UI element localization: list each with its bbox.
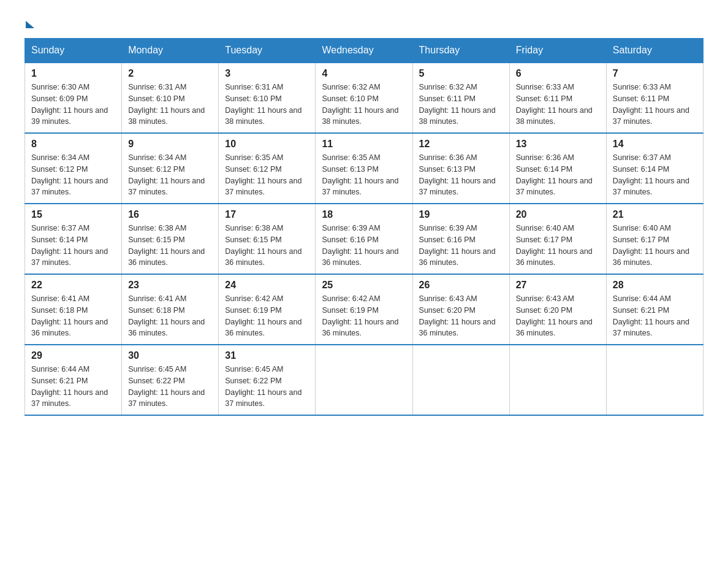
empty-cell <box>606 345 703 415</box>
column-header-friday: Friday <box>509 39 606 63</box>
day-number: 29 <box>31 350 115 361</box>
day-info: Sunrise: 6:38 AMSunset: 6:15 PMDaylight:… <box>225 223 309 269</box>
day-info: Sunrise: 6:40 AMSunset: 6:17 PMDaylight:… <box>613 223 697 269</box>
day-number: 9 <box>128 139 212 150</box>
day-number: 17 <box>225 209 309 220</box>
column-header-monday: Monday <box>122 39 219 63</box>
day-number: 25 <box>322 280 406 291</box>
day-info: Sunrise: 6:31 AMSunset: 6:10 PMDaylight:… <box>128 82 212 128</box>
day-cell-21: 21Sunrise: 6:40 AMSunset: 6:17 PMDayligh… <box>606 204 703 274</box>
day-number: 21 <box>613 209 697 220</box>
day-number: 20 <box>516 209 600 220</box>
day-cell-14: 14Sunrise: 6:37 AMSunset: 6:14 PMDayligh… <box>606 133 703 204</box>
day-cell-30: 30Sunrise: 6:45 AMSunset: 6:22 PMDayligh… <box>122 345 219 415</box>
day-cell-31: 31Sunrise: 6:45 AMSunset: 6:22 PMDayligh… <box>219 345 316 415</box>
week-row-3: 15Sunrise: 6:37 AMSunset: 6:14 PMDayligh… <box>25 204 703 274</box>
day-info: Sunrise: 6:33 AMSunset: 6:11 PMDaylight:… <box>613 82 697 128</box>
column-header-saturday: Saturday <box>606 39 703 63</box>
day-number: 3 <box>225 68 309 79</box>
day-number: 18 <box>322 209 406 220</box>
day-info: Sunrise: 6:34 AMSunset: 6:12 PMDaylight:… <box>31 152 115 198</box>
day-number: 1 <box>31 68 115 79</box>
day-info: Sunrise: 6:30 AMSunset: 6:09 PMDaylight:… <box>31 82 115 128</box>
column-header-sunday: Sunday <box>25 39 122 63</box>
day-cell-5: 5Sunrise: 6:32 AMSunset: 6:11 PMDaylight… <box>412 63 509 133</box>
week-row-2: 8Sunrise: 6:34 AMSunset: 6:12 PMDaylight… <box>25 133 703 204</box>
empty-cell <box>316 345 412 415</box>
page-header <box>25 18 703 26</box>
day-info: Sunrise: 6:43 AMSunset: 6:20 PMDaylight:… <box>516 293 600 339</box>
day-cell-25: 25Sunrise: 6:42 AMSunset: 6:19 PMDayligh… <box>316 274 412 345</box>
day-cell-24: 24Sunrise: 6:42 AMSunset: 6:19 PMDayligh… <box>219 274 316 345</box>
day-info: Sunrise: 6:38 AMSunset: 6:15 PMDaylight:… <box>128 223 212 269</box>
week-row-1: 1Sunrise: 6:30 AMSunset: 6:09 PMDaylight… <box>25 63 703 133</box>
day-info: Sunrise: 6:39 AMSunset: 6:16 PMDaylight:… <box>419 223 503 269</box>
day-info: Sunrise: 6:44 AMSunset: 6:21 PMDaylight:… <box>31 364 115 410</box>
day-cell-2: 2Sunrise: 6:31 AMSunset: 6:10 PMDaylight… <box>122 63 219 133</box>
day-cell-11: 11Sunrise: 6:35 AMSunset: 6:13 PMDayligh… <box>316 133 412 204</box>
day-number: 12 <box>419 139 503 150</box>
day-info: Sunrise: 6:45 AMSunset: 6:22 PMDaylight:… <box>225 364 309 410</box>
day-number: 2 <box>128 68 212 79</box>
day-number: 14 <box>613 139 697 150</box>
empty-cell <box>412 345 509 415</box>
day-cell-7: 7Sunrise: 6:33 AMSunset: 6:11 PMDaylight… <box>606 63 703 133</box>
day-info: Sunrise: 6:33 AMSunset: 6:11 PMDaylight:… <box>516 82 600 128</box>
day-number: 26 <box>419 280 503 291</box>
day-number: 19 <box>419 209 503 220</box>
day-number: 4 <box>322 68 406 79</box>
day-cell-12: 12Sunrise: 6:36 AMSunset: 6:13 PMDayligh… <box>412 133 509 204</box>
day-cell-17: 17Sunrise: 6:38 AMSunset: 6:15 PMDayligh… <box>219 204 316 274</box>
day-cell-9: 9Sunrise: 6:34 AMSunset: 6:12 PMDaylight… <box>122 133 219 204</box>
day-cell-1: 1Sunrise: 6:30 AMSunset: 6:09 PMDaylight… <box>25 63 122 133</box>
day-cell-29: 29Sunrise: 6:44 AMSunset: 6:21 PMDayligh… <box>25 345 122 415</box>
day-number: 11 <box>322 139 406 150</box>
day-info: Sunrise: 6:39 AMSunset: 6:16 PMDaylight:… <box>322 223 406 269</box>
day-number: 13 <box>516 139 600 150</box>
day-info: Sunrise: 6:31 AMSunset: 6:10 PMDaylight:… <box>225 82 309 128</box>
day-cell-28: 28Sunrise: 6:44 AMSunset: 6:21 PMDayligh… <box>606 274 703 345</box>
day-cell-3: 3Sunrise: 6:31 AMSunset: 6:10 PMDaylight… <box>219 63 316 133</box>
day-info: Sunrise: 6:37 AMSunset: 6:14 PMDaylight:… <box>31 223 115 269</box>
day-info: Sunrise: 6:45 AMSunset: 6:22 PMDaylight:… <box>128 364 212 410</box>
logo <box>25 18 34 26</box>
day-number: 30 <box>128 350 212 361</box>
day-cell-23: 23Sunrise: 6:41 AMSunset: 6:18 PMDayligh… <box>122 274 219 345</box>
day-cell-15: 15Sunrise: 6:37 AMSunset: 6:14 PMDayligh… <box>25 204 122 274</box>
day-number: 15 <box>31 209 115 220</box>
day-info: Sunrise: 6:41 AMSunset: 6:18 PMDaylight:… <box>128 293 212 339</box>
day-info: Sunrise: 6:44 AMSunset: 6:21 PMDaylight:… <box>613 293 697 339</box>
day-info: Sunrise: 6:37 AMSunset: 6:14 PMDaylight:… <box>613 152 697 198</box>
day-info: Sunrise: 6:36 AMSunset: 6:14 PMDaylight:… <box>516 152 600 198</box>
day-number: 5 <box>419 68 503 79</box>
day-info: Sunrise: 6:32 AMSunset: 6:11 PMDaylight:… <box>419 82 503 128</box>
day-info: Sunrise: 6:32 AMSunset: 6:10 PMDaylight:… <box>322 82 406 128</box>
day-info: Sunrise: 6:42 AMSunset: 6:19 PMDaylight:… <box>322 293 406 339</box>
day-cell-18: 18Sunrise: 6:39 AMSunset: 6:16 PMDayligh… <box>316 204 412 274</box>
day-number: 22 <box>31 280 115 291</box>
day-number: 8 <box>31 139 115 150</box>
day-number: 10 <box>225 139 309 150</box>
day-number: 6 <box>516 68 600 79</box>
day-cell-10: 10Sunrise: 6:35 AMSunset: 6:12 PMDayligh… <box>219 133 316 204</box>
day-info: Sunrise: 6:42 AMSunset: 6:19 PMDaylight:… <box>225 293 309 339</box>
calendar-table: SundayMondayTuesdayWednesdayThursdayFrid… <box>25 38 703 416</box>
column-header-thursday: Thursday <box>412 39 509 63</box>
day-info: Sunrise: 6:34 AMSunset: 6:12 PMDaylight:… <box>128 152 212 198</box>
week-row-4: 22Sunrise: 6:41 AMSunset: 6:18 PMDayligh… <box>25 274 703 345</box>
day-info: Sunrise: 6:40 AMSunset: 6:17 PMDaylight:… <box>516 223 600 269</box>
day-cell-16: 16Sunrise: 6:38 AMSunset: 6:15 PMDayligh… <box>122 204 219 274</box>
day-info: Sunrise: 6:35 AMSunset: 6:12 PMDaylight:… <box>225 152 309 198</box>
day-info: Sunrise: 6:35 AMSunset: 6:13 PMDaylight:… <box>322 152 406 198</box>
day-cell-26: 26Sunrise: 6:43 AMSunset: 6:20 PMDayligh… <box>412 274 509 345</box>
day-number: 16 <box>128 209 212 220</box>
day-cell-4: 4Sunrise: 6:32 AMSunset: 6:10 PMDaylight… <box>316 63 412 133</box>
day-cell-8: 8Sunrise: 6:34 AMSunset: 6:12 PMDaylight… <box>25 133 122 204</box>
day-number: 7 <box>613 68 697 79</box>
column-header-tuesday: Tuesday <box>219 39 316 63</box>
day-cell-22: 22Sunrise: 6:41 AMSunset: 6:18 PMDayligh… <box>25 274 122 345</box>
empty-cell <box>509 345 606 415</box>
day-info: Sunrise: 6:41 AMSunset: 6:18 PMDaylight:… <box>31 293 115 339</box>
logo-arrow-icon <box>26 21 34 28</box>
day-info: Sunrise: 6:36 AMSunset: 6:13 PMDaylight:… <box>419 152 503 198</box>
